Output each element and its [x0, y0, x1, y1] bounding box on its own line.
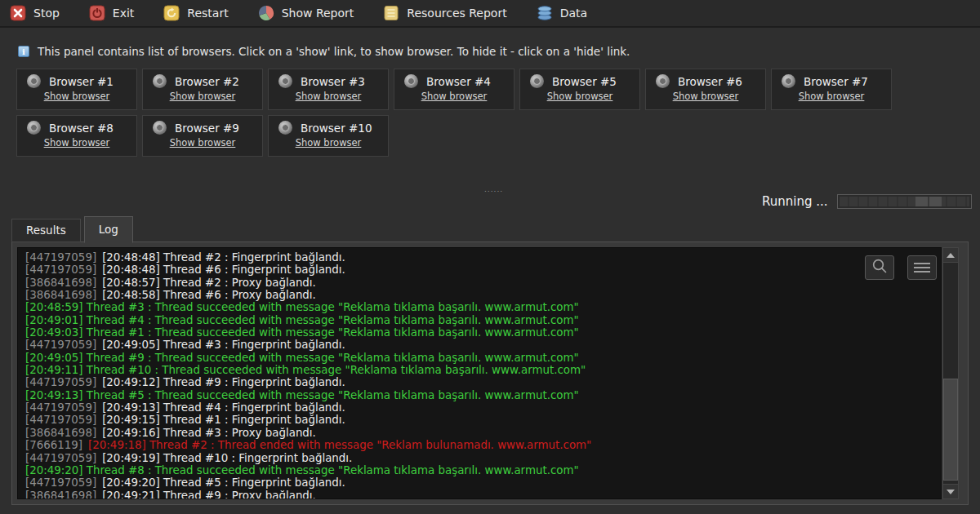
data-button-label: Data [560, 7, 587, 20]
log-line-message: [20:49:16] Thread #3 : Proxy bağlandı. [102, 427, 316, 439]
browser-card-label: Browser #5 [552, 75, 617, 88]
log-line: [447197059][20:49:13] Thread #4 : Finger… [25, 401, 933, 414]
log-line: [386841698][20:48:57] Thread #2 : Proxy … [25, 277, 933, 289]
show-browser-link[interactable]: Show browser [153, 137, 252, 148]
browser-card-label: Browser #1 [49, 75, 114, 88]
log-line-id: [447197059] [25, 264, 102, 276]
show-browser-link[interactable]: Show browser [278, 137, 378, 148]
log-line-message: [20:48:57] Thread #2 : Proxy bağlandı. [102, 277, 316, 289]
log-line-message: [20:49:05] Thread #3 : Fingerprint bağla… [102, 339, 345, 351]
browser-lens-icon [27, 121, 41, 135]
restart-button-label: Restart [187, 7, 228, 20]
browser-card: Browser #10 Show browser [268, 115, 389, 157]
search-button[interactable] [865, 255, 894, 280]
browser-card: Browser #3 Show browser [268, 69, 389, 110]
log-line-id: [386841698] [25, 289, 102, 301]
exit-button[interactable]: Exit [89, 5, 135, 21]
log-line: [20:49:01] Thread #4 : Thread succeeded … [25, 314, 933, 326]
log-line-message: [20:49:05] Thread #9 : Thread succeeded … [25, 352, 579, 364]
log-line: [447197059][20:49:15] Thread #1 : Finger… [25, 414, 933, 426]
browser-lens-icon [530, 74, 544, 88]
log-line-message: [20:49:03] Thread #1 : Thread succeeded … [25, 326, 579, 339]
tab-log[interactable]: Log [84, 216, 133, 243]
search-icon [871, 257, 889, 278]
show-report-button-label: Show Report [282, 7, 354, 20]
log-line: [447197059][20:49:05] Thread #3 : Finger… [25, 339, 933, 351]
browser-card-label: Browser #8 [49, 122, 114, 135]
show-browser-link[interactable]: Show browser [27, 91, 127, 102]
browser-lens-icon [278, 121, 292, 135]
show-browser-link[interactable]: Show browser [656, 91, 755, 102]
menu-button[interactable] [907, 255, 937, 280]
log-line: [386841698][20:49:16] Thread #3 : Proxy … [25, 427, 933, 439]
scrollbar-thumb[interactable] [943, 379, 958, 481]
log-line-message: [20:49:01] Thread #4 : Thread succeeded … [25, 314, 579, 326]
info-banner: i This panel contains list of browsers. … [18, 45, 630, 58]
scroll-up-button[interactable] [943, 248, 958, 263]
data-button[interactable]: Data [537, 5, 587, 21]
browser-lens-icon [656, 74, 670, 88]
log-line-message: [20:49:15] Thread #1 : Fingerprint bağla… [102, 414, 345, 426]
browser-card-header: Browser #9 [153, 121, 252, 135]
exit-button-label: Exit [113, 7, 135, 20]
log-line-message: [20:49:13] Thread #5 : Thread succeeded … [25, 389, 579, 401]
log-line-id: [447197059] [25, 376, 102, 388]
browser-card: Browser #2 Show browser [142, 69, 263, 110]
browser-card-label: Browser #4 [426, 75, 491, 88]
log-line-message: [20:48:58] Thread #6 : Proxy bağlandı. [102, 289, 316, 301]
app-window: Stop Exit Restart Show Report Resources … [0, 0, 980, 514]
log-line-id: [447197059] [25, 339, 102, 351]
resources-report-button[interactable]: Resources Report [383, 5, 506, 21]
browser-card: Browser #9 Show browser [142, 115, 263, 157]
browser-panel: Browser #1 Show browser Browser #2 Show … [16, 69, 927, 157]
log-line-id: [7666119] [25, 439, 88, 451]
show-browser-link[interactable]: Show browser [278, 91, 378, 102]
log-line-id: [386841698] [25, 277, 102, 289]
show-browser-link[interactable]: Show browser [27, 137, 127, 148]
pie-chart-icon [258, 5, 274, 21]
info-banner-text: This panel contains list of browsers. Cl… [38, 45, 630, 58]
show-browser-link[interactable]: Show browser [530, 91, 630, 102]
log-line-message: [20:49:18] Thread #2 : Thread ended with… [88, 439, 591, 451]
log-line: [447197059][20:48:48] Thread #2 : Finger… [25, 251, 933, 264]
log-scrollbar[interactable] [942, 247, 959, 499]
status-dots: ...... [484, 185, 503, 193]
running-status-label: Running ... [762, 194, 828, 209]
browser-card: Browser #5 Show browser [519, 69, 640, 110]
stop-button[interactable]: Stop [10, 5, 60, 21]
log-line-message: [20:48:59] Thread #3 : Thread succeeded … [25, 301, 579, 313]
log-line: [20:49:03] Thread #1 : Thread succeeded … [25, 326, 933, 339]
log-line-message: [20:49:12] Thread #9 : Fingerprint bağla… [102, 376, 345, 388]
log-line-id: [447197059] [25, 476, 102, 489]
log-line-message: [20:49:20] Thread #5 : Fingerprint bağla… [102, 476, 345, 489]
log-line-message: [20:49:20] Thread #8 : Thread succeeded … [25, 464, 579, 476]
browser-card-label: Browser #6 [678, 75, 742, 88]
progress-marquee-block [929, 197, 942, 206]
browser-card-label: Browser #2 [175, 75, 239, 88]
show-report-button[interactable]: Show Report [258, 5, 354, 21]
log-line: [386841698][20:49:21] Thread #9 : Proxy … [25, 490, 933, 499]
log-line-message: [20:49:11] Thread #10 : Thread succeeded… [25, 364, 586, 376]
log-area[interactable]: [447197059][20:48:48] Thread #2 : Finger… [17, 247, 942, 499]
tab-results[interactable]: Results [11, 219, 81, 242]
browser-card: Browser #8 Show browser [16, 115, 137, 157]
log-line-message: [20:49:21] Thread #9 : Proxy bağlandı. [102, 490, 316, 499]
log-line: [20:49:11] Thread #10 : Thread succeeded… [25, 364, 933, 376]
log-line: [386841698][20:48:58] Thread #6 : Proxy … [25, 289, 933, 301]
database-icon [537, 5, 553, 21]
log-line-message: [20:48:48] Thread #2 : Fingerprint bağla… [102, 251, 345, 264]
show-browser-link[interactable]: Show browser [782, 91, 881, 102]
progress-bar [837, 194, 972, 209]
log-line-id: [447197059] [25, 251, 102, 264]
browser-card-header: Browser #8 [27, 121, 127, 135]
log-line: [447197059][20:49:12] Thread #9 : Finger… [25, 376, 933, 388]
menu-icon [914, 263, 930, 273]
browser-card: Browser #4 Show browser [394, 69, 514, 110]
show-browser-link[interactable]: Show browser [404, 91, 504, 102]
restart-button[interactable]: Restart [163, 5, 228, 21]
arrow-down-icon [947, 490, 955, 494]
browser-lens-icon [404, 74, 418, 88]
log-line-id: [386841698] [25, 490, 102, 499]
scroll-down-button[interactable] [943, 484, 958, 498]
show-browser-link[interactable]: Show browser [153, 91, 252, 102]
